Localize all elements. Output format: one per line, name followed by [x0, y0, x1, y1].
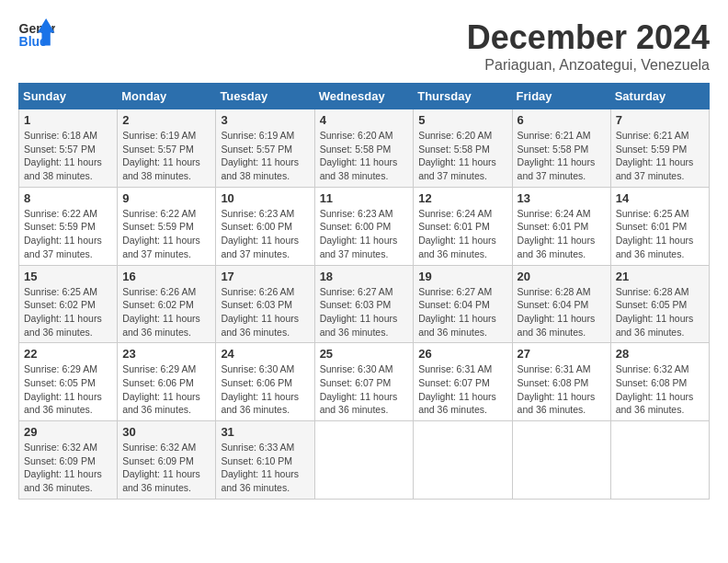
day-number: 15 [24, 270, 112, 283]
day-number: 31 [221, 425, 309, 439]
calendar-day-cell: 8Sunrise: 6:22 AM Sunset: 5:59 PM Daylig… [19, 187, 118, 265]
day-sun-info: Sunrise: 6:22 AM Sunset: 5:59 PM Dayligh… [24, 207, 112, 261]
day-number: 28 [616, 347, 704, 361]
calendar-week-row: 15Sunrise: 6:25 AM Sunset: 6:02 PM Dayli… [19, 265, 710, 343]
day-sun-info: Sunrise: 6:28 AM Sunset: 6:05 PM Dayligh… [616, 285, 704, 339]
calendar-day-cell: 11Sunrise: 6:23 AM Sunset: 6:00 PM Dayli… [314, 187, 414, 265]
calendar-day-cell: 16Sunrise: 6:26 AM Sunset: 6:02 PM Dayli… [118, 265, 216, 343]
calendar-day-cell: 4Sunrise: 6:20 AM Sunset: 5:58 PM Daylig… [314, 109, 414, 188]
day-of-week-header: Monday [118, 84, 216, 109]
day-number: 1 [24, 113, 112, 127]
day-sun-info: Sunrise: 6:22 AM Sunset: 5:59 PM Dayligh… [122, 207, 210, 261]
calendar-day-cell: 18Sunrise: 6:27 AM Sunset: 6:03 PM Dayli… [314, 265, 414, 343]
day-number: 18 [320, 270, 409, 283]
day-number: 25 [320, 347, 409, 361]
day-number: 24 [221, 347, 309, 361]
day-number: 6 [518, 113, 606, 127]
calendar-day-cell: 12Sunrise: 6:24 AM Sunset: 6:01 PM Dayli… [414, 187, 512, 265]
calendar-day-cell [610, 421, 709, 500]
day-sun-info: Sunrise: 6:19 AM Sunset: 5:57 PM Dayligh… [122, 129, 210, 183]
day-sun-info: Sunrise: 6:26 AM Sunset: 6:03 PM Dayligh… [221, 285, 309, 339]
calendar-day-cell [314, 421, 414, 500]
day-number: 7 [616, 113, 704, 127]
day-sun-info: Sunrise: 6:21 AM Sunset: 5:58 PM Dayligh… [518, 129, 606, 183]
calendar-week-row: 1Sunrise: 6:18 AM Sunset: 5:57 PM Daylig… [19, 109, 710, 188]
days-of-week-row: SundayMondayTuesdayWednesdayThursdayFrid… [19, 84, 710, 109]
day-sun-info: Sunrise: 6:24 AM Sunset: 6:01 PM Dayligh… [418, 207, 506, 261]
calendar-day-cell: 31Sunrise: 6:33 AM Sunset: 6:10 PM Dayli… [216, 421, 314, 500]
day-sun-info: Sunrise: 6:28 AM Sunset: 6:04 PM Dayligh… [518, 285, 606, 339]
calendar-day-cell: 26Sunrise: 6:31 AM Sunset: 6:07 PM Dayli… [414, 343, 512, 421]
calendar-day-cell: 21Sunrise: 6:28 AM Sunset: 6:05 PM Dayli… [610, 265, 709, 343]
day-sun-info: Sunrise: 6:19 AM Sunset: 5:57 PM Dayligh… [221, 129, 309, 183]
calendar-header: SundayMondayTuesdayWednesdayThursdayFrid… [19, 84, 710, 109]
general-blue-logo-icon: General Blue [18, 18, 55, 51]
title-area: December 2024 Pariaguan, Anzoategui, Ven… [467, 18, 710, 74]
month-year-title: December 2024 [467, 18, 710, 57]
calendar-day-cell [414, 421, 512, 500]
calendar-day-cell: 3Sunrise: 6:19 AM Sunset: 5:57 PM Daylig… [216, 109, 314, 188]
calendar-day-cell: 7Sunrise: 6:21 AM Sunset: 5:59 PM Daylig… [610, 109, 709, 188]
day-number: 26 [418, 347, 506, 361]
day-sun-info: Sunrise: 6:25 AM Sunset: 6:01 PM Dayligh… [616, 207, 704, 261]
day-sun-info: Sunrise: 6:20 AM Sunset: 5:58 PM Dayligh… [320, 129, 409, 183]
day-sun-info: Sunrise: 6:31 AM Sunset: 6:07 PM Dayligh… [418, 362, 506, 417]
day-number: 10 [221, 191, 309, 205]
calendar-day-cell: 13Sunrise: 6:24 AM Sunset: 6:01 PM Dayli… [512, 187, 610, 265]
day-number: 23 [122, 347, 210, 361]
day-of-week-header: Wednesday [314, 84, 414, 109]
calendar-day-cell: 30Sunrise: 6:32 AM Sunset: 6:09 PM Dayli… [118, 421, 216, 500]
location-subtitle: Pariaguan, Anzoategui, Venezuela [467, 57, 710, 74]
calendar-week-row: 8Sunrise: 6:22 AM Sunset: 5:59 PM Daylig… [19, 187, 710, 265]
calendar-day-cell: 5Sunrise: 6:20 AM Sunset: 5:58 PM Daylig… [414, 109, 512, 188]
calendar-day-cell: 28Sunrise: 6:32 AM Sunset: 6:08 PM Dayli… [610, 343, 709, 421]
day-number: 27 [518, 347, 606, 361]
calendar-day-cell: 27Sunrise: 6:31 AM Sunset: 6:08 PM Dayli… [512, 343, 610, 421]
calendar-day-cell: 10Sunrise: 6:23 AM Sunset: 6:00 PM Dayli… [216, 187, 314, 265]
day-number: 9 [122, 191, 210, 205]
day-number: 29 [24, 425, 112, 439]
logo: General Blue [18, 18, 59, 51]
calendar-day-cell: 15Sunrise: 6:25 AM Sunset: 6:02 PM Dayli… [19, 265, 118, 343]
day-sun-info: Sunrise: 6:23 AM Sunset: 6:00 PM Dayligh… [221, 207, 309, 261]
day-sun-info: Sunrise: 6:24 AM Sunset: 6:01 PM Dayligh… [518, 207, 606, 261]
day-of-week-header: Sunday [19, 84, 118, 109]
day-sun-info: Sunrise: 6:26 AM Sunset: 6:02 PM Dayligh… [122, 285, 210, 339]
day-of-week-header: Friday [512, 84, 610, 109]
day-sun-info: Sunrise: 6:29 AM Sunset: 6:06 PM Dayligh… [122, 362, 210, 417]
calendar-day-cell: 19Sunrise: 6:27 AM Sunset: 6:04 PM Dayli… [414, 265, 512, 343]
day-sun-info: Sunrise: 6:29 AM Sunset: 6:05 PM Dayligh… [24, 362, 112, 417]
calendar-day-cell: 22Sunrise: 6:29 AM Sunset: 6:05 PM Dayli… [19, 343, 118, 421]
day-number: 2 [122, 113, 210, 127]
day-sun-info: Sunrise: 6:30 AM Sunset: 6:06 PM Dayligh… [221, 362, 309, 417]
calendar-day-cell: 1Sunrise: 6:18 AM Sunset: 5:57 PM Daylig… [19, 109, 118, 188]
day-sun-info: Sunrise: 6:27 AM Sunset: 6:04 PM Dayligh… [418, 285, 506, 339]
calendar-day-cell: 29Sunrise: 6:32 AM Sunset: 6:09 PM Dayli… [19, 421, 118, 500]
calendar-week-row: 22Sunrise: 6:29 AM Sunset: 6:05 PM Dayli… [19, 343, 710, 421]
day-number: 11 [320, 191, 409, 205]
day-number: 21 [616, 270, 704, 283]
day-number: 13 [518, 191, 606, 205]
day-of-week-header: Tuesday [216, 84, 314, 109]
calendar-day-cell: 6Sunrise: 6:21 AM Sunset: 5:58 PM Daylig… [512, 109, 610, 188]
day-sun-info: Sunrise: 6:21 AM Sunset: 5:59 PM Dayligh… [616, 129, 704, 183]
day-number: 16 [122, 270, 210, 283]
page-header: General Blue December 2024 Pariaguan, An… [18, 18, 710, 74]
day-of-week-header: Saturday [610, 84, 709, 109]
day-number: 4 [320, 113, 409, 127]
day-of-week-header: Thursday [414, 84, 512, 109]
day-sun-info: Sunrise: 6:31 AM Sunset: 6:08 PM Dayligh… [518, 362, 606, 417]
day-sun-info: Sunrise: 6:23 AM Sunset: 6:00 PM Dayligh… [320, 207, 409, 261]
day-sun-info: Sunrise: 6:32 AM Sunset: 6:09 PM Dayligh… [24, 441, 112, 495]
day-number: 12 [418, 191, 506, 205]
day-sun-info: Sunrise: 6:20 AM Sunset: 5:58 PM Dayligh… [418, 129, 506, 183]
calendar-day-cell [512, 421, 610, 500]
day-sun-info: Sunrise: 6:25 AM Sunset: 6:02 PM Dayligh… [24, 285, 112, 339]
calendar-week-row: 29Sunrise: 6:32 AM Sunset: 6:09 PM Dayli… [19, 421, 710, 500]
day-number: 8 [24, 191, 112, 205]
day-sun-info: Sunrise: 6:32 AM Sunset: 6:08 PM Dayligh… [616, 362, 704, 417]
day-number: 3 [221, 113, 309, 127]
calendar-day-cell: 20Sunrise: 6:28 AM Sunset: 6:04 PM Dayli… [512, 265, 610, 343]
day-sun-info: Sunrise: 6:18 AM Sunset: 5:57 PM Dayligh… [24, 129, 112, 183]
day-number: 20 [518, 270, 606, 283]
